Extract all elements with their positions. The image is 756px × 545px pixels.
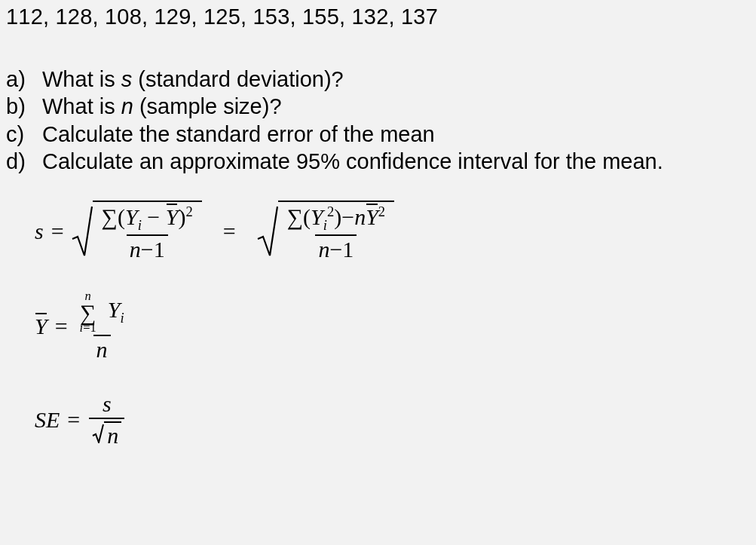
question-d-text: Calculate an approximate 95% confidence … <box>42 148 750 175</box>
sqrt-1: ∑(Yi − Y)2 n−1 <box>72 201 202 262</box>
data-values: 112, 128, 108, 129, 125, 153, 155, 132, … <box>6 5 750 29</box>
var-s: s <box>121 67 133 91</box>
page: 112, 128, 108, 129, 125, 153, 155, 132, … <box>0 0 756 545</box>
ybar-lhs: Y <box>35 314 47 339</box>
question-a-text: What is s (standard deviation)? <box>42 66 750 93</box>
equals-2: = <box>223 219 236 244</box>
sqrt-2: ∑(Yi2)−nY2 n−1 <box>257 201 394 262</box>
formula-s: s = ∑(Yi − Y)2 n−1 = <box>35 201 750 262</box>
question-list: a) What is s (standard deviation)? b) Wh… <box>6 66 750 175</box>
equals-3: = <box>55 314 68 339</box>
question-c: c) Calculate the standard error of the m… <box>6 121 750 148</box>
question-b-label: b) <box>6 93 29 120</box>
ybar-2: Y <box>366 204 378 230</box>
equals-4: = <box>67 407 80 433</box>
radical-icon <box>257 206 278 262</box>
frac-2: ∑(Yi2)−nY2 n−1 <box>284 204 388 262</box>
question-a: a) What is s (standard deviation)? <box>6 66 750 93</box>
question-c-text: Calculate the standard error of the mean <box>42 121 750 148</box>
s-lhs: s <box>35 219 44 244</box>
question-c-label: c) <box>6 121 29 148</box>
formulas-block: s = ∑(Yi − Y)2 n−1 = <box>6 201 750 449</box>
radical-icon <box>72 206 93 262</box>
formula-ybar: Y = n ∑ i=1 Yi n <box>35 291 750 363</box>
question-a-label: a) <box>6 66 29 93</box>
ybar-1: Y <box>166 204 179 230</box>
sqrt-n: n <box>92 421 121 449</box>
radical-icon <box>92 423 104 449</box>
frac-se: s n <box>89 391 124 449</box>
sigma-icon: n ∑ i=1 <box>80 291 96 334</box>
var-n: n <box>121 94 133 118</box>
question-d-label: d) <box>6 148 29 175</box>
question-d: d) Calculate an approximate 95% confiden… <box>6 148 750 175</box>
formula-se: SE = s n <box>35 391 750 449</box>
frac-1: ∑(Yi − Y)2 n−1 <box>99 204 196 262</box>
se-lhs: SE <box>35 407 60 433</box>
frac-ybar: n ∑ i=1 Yi n <box>77 291 127 363</box>
equals-1: = <box>51 219 64 244</box>
question-b-text: What is n (sample size)? <box>42 93 750 120</box>
question-b: b) What is n (sample size)? <box>6 93 750 120</box>
